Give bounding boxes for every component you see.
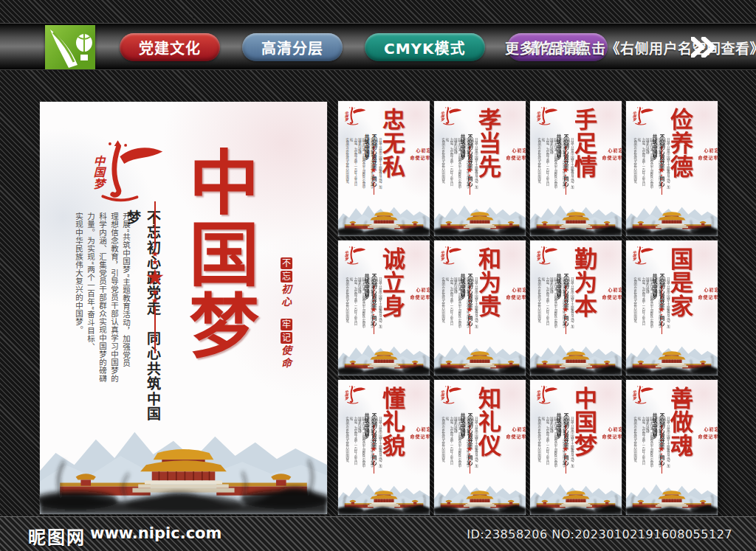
poster-thumbnail[interactable]: 开展“共筑中国梦”主题教育活动，加强党员 理想信念教育，引导党员干部认真学习中国…	[338, 380, 430, 515]
seal-line: 牢记使命	[506, 434, 526, 439]
seal-line: 不忘初心	[608, 148, 622, 153]
star-divider: ★ ★ ★ ★ ★	[657, 145, 666, 195]
seal-char: 记	[281, 332, 292, 344]
body-column: 力量。为实现“两个一百年”奋斗目标、	[349, 417, 357, 470]
body-column: 力量。为实现“两个一百年”奋斗目标、	[541, 277, 549, 330]
china-dream-logo-icon	[535, 385, 559, 406]
feature-badge[interactable]: 高清分层	[242, 33, 343, 61]
seal-line: 不忘初心	[416, 148, 430, 153]
divider-line	[470, 425, 470, 438]
china-dream-logo-icon	[439, 385, 463, 406]
seal-char: 使	[281, 344, 292, 357]
poster-thumbnail[interactable]: 开展“共筑中国梦”主题教育活动，加强党员 理想信念教育，引导党员干部认真学习中国…	[338, 240, 430, 375]
divider-line	[662, 146, 662, 159]
body-column: 实现中华民族伟大复兴的中国梦。	[441, 417, 445, 470]
china-dream-logo-icon	[631, 246, 655, 266]
divider-line	[374, 146, 374, 159]
china-dream-logo-icon	[631, 385, 655, 406]
star-icon: ★	[145, 266, 165, 288]
seal-line: 牢记使命	[410, 434, 430, 439]
palace-scene	[338, 328, 430, 375]
star-icon: ★	[468, 317, 471, 321]
seal-char: 心	[281, 296, 292, 308]
seal-line: 不忘初心	[512, 148, 526, 153]
site-url: www.nipic.com	[90, 524, 221, 542]
seal-line: 不忘初心	[608, 427, 622, 432]
more-works-hint: 更多作品请点击《右侧用户名空间查看》	[505, 24, 756, 71]
body-column: 实现中华民族伟大复兴的中国梦。	[537, 417, 541, 470]
seal-line: 牢记使命	[698, 434, 718, 439]
star-divider: ★ ★ ★ ★ ★	[465, 145, 474, 195]
body-column: 力量。为实现“两个一百年”奋斗目标、	[445, 417, 453, 470]
seal-line: 牢记使命	[506, 156, 526, 160]
watermark-footer-bar: 昵图网 www.nipic.com ID:23858206 NO:2023010…	[0, 516, 756, 551]
star-divider: ★ ★ ★ ★ ★	[369, 285, 378, 335]
seal-line: 牢记使命	[698, 295, 718, 299]
poster-thumbnail[interactable]: 开展“共筑中国梦”主题教育活动，加强党员 理想信念教育，引导党员干部认真学习中国…	[434, 101, 526, 236]
china-dream-logo-icon	[343, 106, 367, 127]
star-divider: ★ ★ ★ ★ ★	[369, 424, 378, 474]
seal-char: 不	[281, 257, 292, 269]
divider-line	[470, 146, 470, 159]
seal-line: 牢记使命	[602, 295, 622, 299]
poster-title: 知礼仪	[475, 387, 501, 471]
seal-char: 命	[281, 357, 292, 370]
star-icon: ★	[468, 178, 471, 181]
body-column: 实现中华民族伟大复兴的中国梦。	[345, 138, 349, 191]
poster-thumbnail[interactable]: 开展“共筑中国梦”主题教育活动，加强党员 理想信念教育，引导党员干部认真学习中国…	[626, 101, 718, 236]
poster-thumbnail[interactable]: 开展“共筑中国梦”主题教育活动，加强党员 理想信念教育，引导党员干部认真学习中国…	[338, 101, 430, 236]
poster-thumbnail[interactable]: 开展“共筑中国梦”主题教育活动，加强党员 理想信念教育，引导党员干部认真学习中国…	[626, 240, 718, 375]
feature-badge[interactable]: 党建文化	[120, 33, 220, 61]
poster-thumbnail[interactable]: 开展“共筑中国梦”主题教育活动，加强党员 理想信念教育，引导党员干部认真学习中国…	[530, 380, 622, 515]
poster-title: 中国梦	[182, 146, 254, 404]
seal-line: 牢记使命	[410, 156, 430, 160]
body-column: 实现中华民族伟大复兴的中国梦。	[633, 417, 637, 470]
body-column: 实现中华民族伟大复兴的中国梦。	[345, 277, 349, 330]
star-divider: ★ ★ ★ ★ ★	[561, 285, 570, 335]
body-column: 力量。为实现“两个一百年”奋斗目标、	[637, 138, 645, 191]
poster-grid: 开展“共筑中国梦”主题教育活动，加强党员 理想信念教育，引导党员干部认真学习中国…	[338, 101, 718, 515]
body-column: 力量。为实现“两个一百年”奋斗目标、	[541, 417, 549, 470]
site-name: 昵图网	[28, 523, 86, 549]
palace-scene	[530, 468, 622, 515]
china-dream-logo-icon	[343, 385, 367, 406]
body-column: 实现中华民族伟大复兴的中国梦。	[537, 138, 541, 191]
star-icon: ★	[372, 457, 375, 460]
star-divider: ★ ★ ★ ★ ★	[657, 285, 666, 335]
divider-line	[566, 425, 566, 438]
seal-line: 不忘初心	[512, 427, 526, 432]
feature-badge[interactable]: CMYK模式	[365, 33, 485, 61]
china-dream-logo-icon	[343, 246, 367, 266]
star-icon: ★	[660, 178, 663, 181]
poster-thumbnail[interactable]: 开展“共筑中国梦”主题教育活动，加强党员 理想信念教育，引导党员干部认真学习中国…	[530, 240, 622, 375]
star-divider: ★ ★ ★ ★ ★	[561, 145, 570, 195]
divider-line	[566, 285, 566, 299]
main-poster: 开展“共筑中国梦”主题教育活动，加强党员 理想信念教育，引导党员干部认真学习中国…	[40, 102, 327, 514]
china-dream-logo-icon	[439, 106, 463, 127]
star-divider: ★ ★ ★ ★ ★	[657, 424, 666, 474]
coreldraw-icon	[45, 25, 95, 69]
seal-line: 牢记使命	[602, 156, 622, 160]
star-divider: ★ ★ ★ ★ ★	[561, 424, 570, 474]
poster-title: 手足情	[571, 108, 597, 193]
double-chevron-icon[interactable]	[691, 37, 715, 58]
china-dream-logo-icon	[439, 246, 463, 266]
seal-line: 牢记使命	[410, 295, 430, 299]
poster-thumbnail[interactable]: 开展“共筑中国梦”主题教育活动，加强党员 理想信念教育，引导党员干部认真学习中国…	[434, 380, 526, 515]
poster-title: 诚立身	[379, 247, 405, 332]
poster-title: 国是家	[667, 247, 693, 332]
star-icon: ★	[468, 457, 471, 460]
poster-thumbnail[interactable]: 开展“共筑中国梦”主题教育活动，加强党员 理想信念教育，引导党员干部认真学习中国…	[530, 101, 622, 236]
seal-char: 忘	[281, 271, 292, 283]
body-column: 实现中华民族伟大复兴的中国梦。	[633, 277, 637, 330]
divider-line	[154, 306, 156, 353]
poster-thumbnail[interactable]: 开展“共筑中国梦”主题教育活动，加强党员 理想信念教育，引导党员干部认真学习中国…	[434, 240, 526, 375]
seal-line: 不忘初心	[416, 427, 430, 432]
seal-line: 牢记使命	[602, 434, 622, 439]
poster-thumbnail[interactable]: 开展“共筑中国梦”主题教育活动，加强党员 理想信念教育，引导党员干部认真学习中国…	[626, 380, 718, 515]
star-divider: ★ ★ ★ ★ ★	[465, 424, 474, 474]
body-column: 力量。为实现“两个一百年”奋斗目标、	[349, 277, 357, 330]
top-banner-bar: 党建文化高清分层CMYK模式请勿转载 更多作品请点击《右侧用户名空间查看》	[0, 23, 756, 70]
poster-title: 和为贵	[475, 247, 501, 332]
divider-line	[374, 425, 374, 438]
